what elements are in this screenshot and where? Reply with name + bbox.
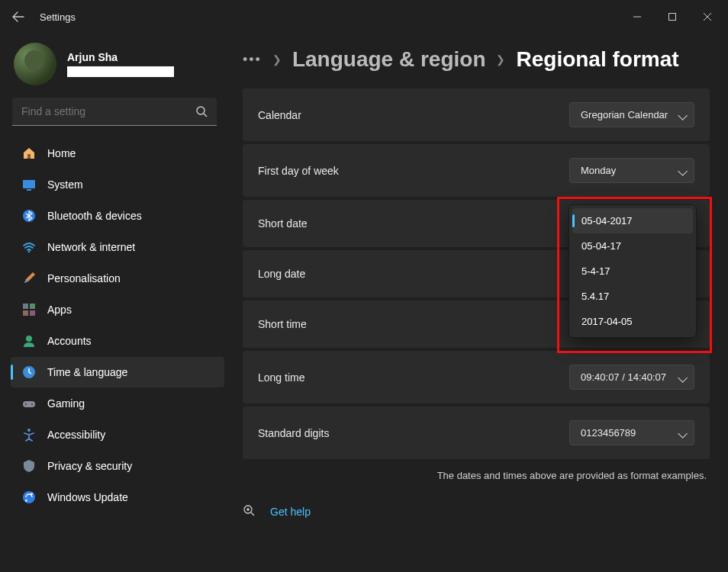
label-digits: Standard digits — [258, 427, 329, 439]
label-long-date: Long date — [258, 268, 305, 280]
search-wrap — [12, 98, 217, 126]
breadcrumb-overflow[interactable]: ••• — [243, 52, 262, 68]
gamepad-icon — [21, 396, 37, 411]
search-input[interactable] — [12, 98, 217, 126]
nav-label: Bluetooth & devices — [47, 210, 142, 222]
svg-point-11 — [26, 336, 32, 342]
svg-point-15 — [31, 403, 33, 405]
flyout-option[interactable]: 2017-04-05 — [572, 309, 693, 334]
svg-rect-2 — [27, 154, 31, 159]
maximize-button[interactable] — [655, 5, 690, 29]
dropdown-first-day[interactable]: Monday — [569, 158, 694, 183]
apps-icon — [21, 302, 37, 317]
flyout-option[interactable]: 05-04-2017 — [572, 208, 693, 233]
titlebar: Settings — [0, 0, 728, 34]
svg-rect-9 — [23, 310, 28, 316]
label-first-day: First day of week — [258, 165, 339, 177]
nav-accounts[interactable]: Accounts — [11, 326, 224, 356]
brush-icon — [21, 271, 37, 286]
profile[interactable]: Arjun Sha — [11, 38, 224, 98]
flyout-option[interactable]: 05-04-17 — [572, 233, 693, 259]
nav-label: System — [47, 178, 83, 191]
nav-apps[interactable]: Apps — [11, 294, 224, 325]
wifi-icon — [21, 239, 37, 255]
nav-label: Accounts — [47, 335, 92, 347]
footer-note: The dates and times above are provided a… — [243, 470, 707, 481]
nav-time-language[interactable]: Time & language — [11, 357, 224, 387]
row-calendar: Calendar Gregorian Calendar — [243, 88, 710, 141]
short-date-flyout: 05-04-2017 05-04-17 5-4-17 5.4.17 2017-0… — [569, 204, 697, 338]
window-controls — [620, 5, 725, 29]
svg-point-14 — [25, 403, 27, 405]
sidebar: Arjun Sha Home System Bluetooth & device… — [0, 34, 229, 572]
svg-point-17 — [23, 491, 35, 503]
nav-label: Accessibility — [47, 429, 105, 441]
get-help-link[interactable]: Get help — [270, 506, 311, 518]
dropdown-long-time[interactable]: 09:40:07 / 14:40:07 — [569, 365, 694, 390]
person-icon — [21, 333, 37, 349]
dropdown-digits[interactable]: 0123456789 — [569, 420, 694, 445]
system-icon — [21, 177, 37, 192]
help-icon — [243, 504, 258, 519]
svg-rect-8 — [30, 304, 35, 309]
window-title: Settings — [40, 11, 76, 23]
svg-rect-10 — [30, 310, 35, 316]
chevron-right-icon: ❯ — [496, 53, 505, 66]
nav-system[interactable]: System — [11, 169, 224, 200]
clock-globe-icon — [21, 365, 37, 380]
nav-label: Personalisation — [47, 272, 121, 284]
arrow-left-icon — [12, 11, 24, 23]
nav-label: Windows Update — [47, 491, 128, 503]
svg-point-16 — [27, 429, 31, 432]
svg-rect-4 — [27, 189, 31, 191]
home-icon — [21, 146, 37, 161]
avatar — [14, 43, 56, 85]
back-button[interactable] — [3, 2, 34, 32]
svg-point-6 — [28, 251, 30, 252]
nav-bluetooth[interactable]: Bluetooth & devices — [11, 201, 224, 231]
nav-label: Gaming — [47, 397, 85, 410]
accessibility-icon — [21, 427, 37, 442]
dropdown-calendar[interactable]: Gregorian Calendar — [569, 102, 694, 127]
flyout-option[interactable]: 5.4.17 — [572, 284, 693, 309]
nav-gaming[interactable]: Gaming — [11, 388, 224, 419]
search-icon — [195, 105, 208, 121]
nav-label: Apps — [47, 304, 72, 316]
chevron-right-icon: ❯ — [272, 53, 282, 66]
help-row: Get help — [243, 500, 710, 524]
svg-rect-3 — [23, 180, 35, 188]
svg-rect-0 — [669, 14, 676, 21]
row-digits: Standard digits 0123456789 — [243, 407, 710, 459]
breadcrumb: ••• ❯ Language & region ❯ Regional forma… — [243, 47, 710, 72]
nav-label: Privacy & security — [47, 460, 132, 472]
close-button[interactable] — [690, 5, 725, 29]
nav-privacy[interactable]: Privacy & security — [11, 451, 224, 481]
label-calendar: Calendar — [258, 109, 301, 121]
shield-icon — [21, 458, 37, 474]
user-email-redacted — [67, 66, 174, 77]
label-short-date: Short date — [258, 217, 308, 230]
minimize-button[interactable] — [620, 5, 655, 29]
bluetooth-icon — [21, 208, 37, 223]
nav-accessibility[interactable]: Accessibility — [11, 419, 224, 450]
breadcrumb-parent[interactable]: Language & region — [292, 47, 486, 72]
user-name: Arjun Sha — [67, 51, 174, 63]
flyout-option[interactable]: 5-4-17 — [572, 259, 693, 284]
nav-label: Network & internet — [47, 241, 135, 253]
nav-label: Home — [47, 147, 76, 159]
svg-rect-13 — [23, 401, 35, 407]
update-icon — [21, 490, 37, 505]
svg-point-1 — [197, 107, 205, 114]
breadcrumb-current: Regional format — [516, 47, 678, 72]
label-long-time: Long time — [258, 371, 304, 384]
label-short-time: Short time — [258, 318, 307, 330]
nav-label: Time & language — [47, 366, 127, 378]
nav-windows-update[interactable]: Windows Update — [11, 482, 224, 513]
nav: Home System Bluetooth & devices Network … — [11, 138, 224, 513]
nav-home[interactable]: Home — [11, 138, 224, 169]
svg-rect-7 — [23, 304, 28, 309]
nav-network[interactable]: Network & internet — [11, 232, 224, 262]
row-long-time: Long time 09:40:07 / 14:40:07 — [243, 351, 710, 403]
row-first-day: First day of week Monday — [243, 144, 710, 197]
nav-personalisation[interactable]: Personalisation — [11, 263, 224, 294]
